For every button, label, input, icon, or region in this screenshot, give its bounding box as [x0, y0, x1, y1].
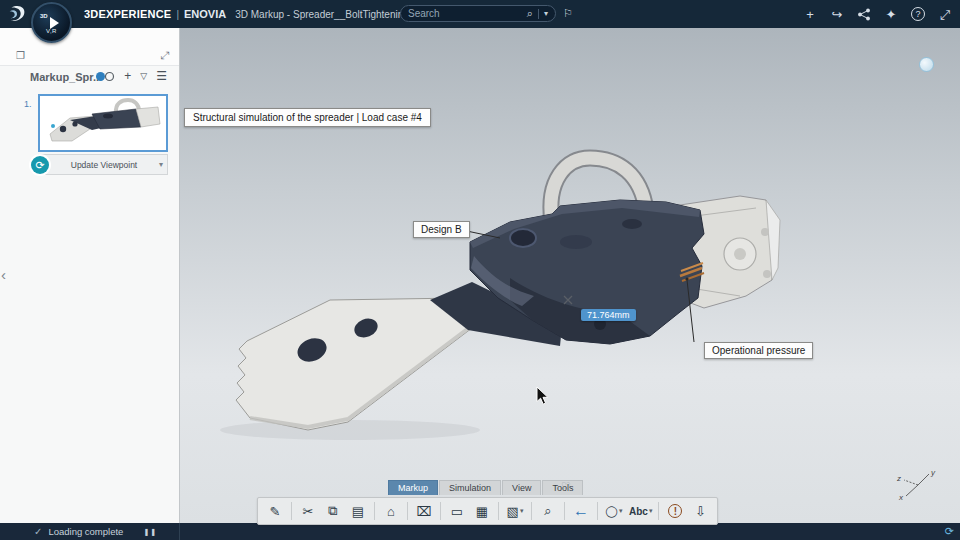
tab-simulation[interactable]: Simulation — [439, 480, 501, 495]
assistant-icon[interactable]: ✦ — [884, 8, 898, 21]
spreader-3d-model[interactable] — [180, 28, 960, 523]
create-markup-icon: ✎ — [270, 504, 281, 519]
home-button[interactable]: ⌂ — [379, 499, 403, 523]
copy-button[interactable]: ⧉ — [321, 499, 345, 523]
design-annotation[interactable]: Design B — [413, 221, 470, 238]
cut-button[interactable]: ✂ — [296, 499, 320, 523]
brand-name: 3DEXPERIENCE — [84, 8, 171, 20]
section-box-chevron-icon[interactable]: ▾ — [520, 507, 524, 515]
toolbar-separator — [658, 502, 659, 520]
slide-icon: ▭ — [451, 504, 463, 519]
table-icon: ▦ — [476, 504, 488, 519]
app-name: ENOVIA — [184, 8, 226, 20]
create-markup-button[interactable]: ✎ — [263, 499, 287, 523]
update-viewpoint-label: Update Viewpoint — [39, 160, 159, 170]
copy-icon: ⧉ — [328, 503, 337, 519]
text-tool-button[interactable]: Abc▾ — [627, 499, 654, 523]
tag-icon[interactable]: ⚐ — [563, 7, 573, 20]
toolbar-separator — [440, 502, 441, 520]
fullscreen-button[interactable]: ⤢ — [938, 8, 952, 21]
compass-3d-label: 3D — [40, 13, 48, 19]
brand-separator: | — [176, 9, 179, 20]
save-icon: ⇩ — [695, 504, 706, 519]
slide-thumbnail[interactable] — [38, 94, 168, 152]
important-button[interactable]: ! — [663, 499, 687, 523]
toolbar-separator — [498, 502, 499, 520]
toolbar-separator — [597, 502, 598, 520]
paste-icon: ▤ — [352, 504, 364, 519]
add-content-button[interactable]: + — [803, 8, 817, 21]
toolbar-separator — [374, 502, 375, 520]
markup-slides-panel: ❐ ⤢ Markup_Spr... + ▽ ☰ 1. ⟳ Update View… — [0, 28, 180, 523]
help-button[interactable]: ? — [911, 7, 925, 21]
panel-title: Markup_Spr... — [30, 71, 102, 83]
zoom-button[interactable]: ⌕ — [536, 499, 560, 523]
save-button[interactable]: ⇩ — [688, 499, 712, 523]
status-bar: ✓ Loading complete ❚❚ ⟳ — [0, 523, 960, 540]
section-box-button[interactable]: ▧▾ — [503, 499, 527, 523]
check-icon: ✓ — [34, 526, 42, 537]
update-viewpoint-chevron-icon[interactable]: ▾ — [159, 160, 163, 169]
3ds-logo-icon — [6, 3, 28, 25]
text-tool-chevron-icon[interactable]: ▾ — [649, 507, 653, 515]
top-bar: 3DEXPERIENCE | ENOVIA 3D Markup - Spread… — [0, 0, 960, 28]
panel-expand-icon[interactable]: ⤢ — [160, 49, 169, 62]
axis-triad: y z x — [896, 467, 938, 501]
status-message: Loading complete — [48, 526, 123, 537]
axis-x-label: x — [898, 493, 904, 501]
update-viewpoint-button[interactable]: ⟳ Update Viewpoint ▾ — [38, 154, 168, 175]
toolbar-separator — [564, 502, 565, 520]
cut-icon: ✂ — [303, 504, 314, 519]
search-divider — [538, 9, 539, 19]
tab-markup[interactable]: Markup — [388, 480, 438, 495]
home-icon: ⌂ — [387, 504, 395, 519]
circle-tool-chevron-icon[interactable]: ▾ — [619, 507, 623, 515]
panel-header: ❐ ⤢ — [0, 28, 179, 66]
toolbar-separator — [531, 502, 532, 520]
3d-viewport[interactable]: Structural simulation of the spreader | … — [180, 28, 960, 523]
search-icon[interactable]: ⌕ — [527, 8, 533, 19]
panel-window-icon[interactable]: ❐ — [16, 50, 25, 61]
mouse-cursor — [536, 386, 550, 406]
table-button[interactable]: ▦ — [470, 499, 494, 523]
filter-icon[interactable]: ▽ — [140, 72, 147, 81]
slide-thumbnail-preview — [40, 96, 166, 150]
collaboration-bubble-icon[interactable] — [919, 57, 934, 72]
toolbar-separator — [291, 502, 292, 520]
pause-icon[interactable]: ❚❚ — [143, 528, 157, 536]
compass-vr-label: V,R — [46, 28, 57, 34]
share-button[interactable]: ↪ — [830, 8, 844, 21]
pressure-annotation[interactable]: Operational pressure — [704, 342, 813, 359]
important-icon: ! — [668, 504, 682, 518]
text-tool-icon: Abc — [629, 506, 648, 517]
circle-tool-button[interactable]: ◯▾ — [602, 499, 626, 523]
share-nodes-icon[interactable] — [857, 8, 871, 21]
circle-tool-icon: ◯ — [606, 505, 618, 518]
search-input[interactable] — [408, 8, 522, 19]
measurement-tooltip[interactable]: 71.764mm — [581, 309, 636, 321]
tab-view[interactable]: View — [502, 480, 541, 495]
refresh-icon[interactable]: ⟳ — [31, 156, 49, 174]
toolbar-separator — [407, 502, 408, 520]
favorite-heart-icon[interactable]: ♡ — [561, 480, 571, 493]
delete-markup-button[interactable]: ⌧ — [412, 499, 436, 523]
slide-number: 1. — [24, 99, 32, 109]
ribbon-tabs: Markup Simulation View Tools — [388, 480, 584, 495]
document-title[interactable]: 3D Markup - Spreader__BoltTightenin... — [235, 9, 411, 20]
slide-button[interactable]: ▭ — [445, 499, 469, 523]
search-box[interactable]: ⌕ ▾ — [400, 5, 556, 22]
delete-markup-icon: ⌧ — [417, 504, 432, 519]
back-arrow-icon: ← — [573, 502, 589, 520]
paste-button[interactable]: ▤ — [346, 499, 370, 523]
3dexperience-compass[interactable]: 3D V,R — [31, 2, 72, 43]
visibility-toggle[interactable] — [95, 71, 115, 82]
status-left-section: ✓ Loading complete ❚❚ — [0, 523, 180, 540]
panel-collapse-handle[interactable]: ‹ — [1, 266, 6, 283]
search-chevron-down-icon[interactable]: ▾ — [544, 10, 548, 18]
panel-menu-icon[interactable]: ☰ — [156, 70, 167, 82]
add-slide-button[interactable]: + — [124, 70, 131, 82]
markup-toolbar: ✎ ✂ ⧉ ▤ ⌂ ⌧ ▭ ▦ ▧▾ ⌕ ← ◯▾ Abc▾ ! ⇩ — [257, 497, 718, 525]
scene-annotation[interactable]: Structural simulation of the spreader | … — [184, 108, 431, 127]
status-swirl-icon[interactable]: ⟳ — [945, 525, 954, 538]
back-button[interactable]: ← — [569, 499, 593, 523]
